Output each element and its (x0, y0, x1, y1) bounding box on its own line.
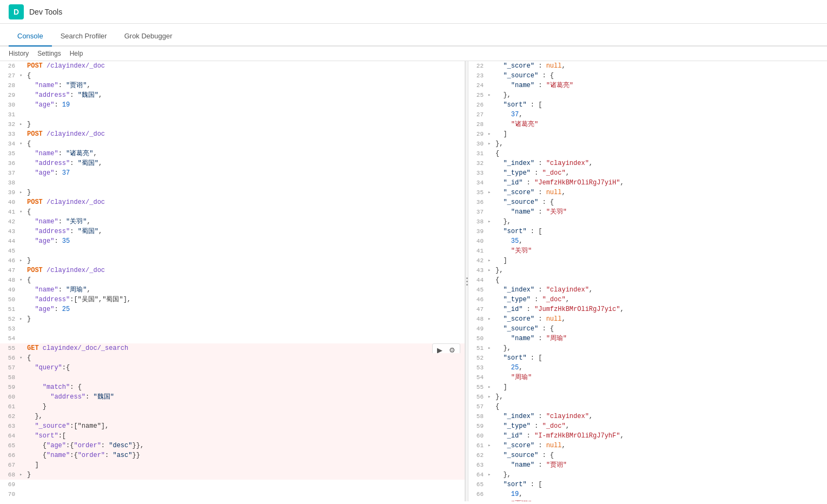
code-editor[interactable]: 26POST /clayindex/_doc27▾{28 "name": "贾诩… (0, 61, 465, 501)
line-gutter[interactable]: ▸ (488, 90, 495, 100)
line-content: { (27, 275, 465, 285)
line-number: 60 (468, 431, 488, 441)
line-number: 28 (468, 120, 488, 129)
line-gutter[interactable]: ▸ (488, 343, 495, 353)
line-number: 53 (0, 324, 19, 334)
line-content: "address": "魏国", (27, 90, 465, 100)
code-line: 57 "query":{ (0, 363, 465, 373)
code-line: 41▾{ (0, 207, 465, 217)
line-number: 27 (0, 71, 19, 81)
line-content: "_id" : "I-mfzHkBMrOliRgJ7yhF", (495, 431, 827, 441)
line-content: "sort" : [ (495, 100, 827, 110)
line-gutter[interactable]: ▾ (19, 139, 27, 149)
line-content: "_id" : "JumfzHkBMrOliRgJ7yic", (495, 304, 827, 314)
line-number: 48 (468, 314, 488, 324)
line-number: 37 (0, 168, 19, 178)
line-content: { (495, 149, 827, 158)
line-number: 22 (468, 61, 488, 71)
line-content: "关羽" (495, 246, 827, 256)
code-line: 60 "_id" : "I-mfzHkBMrOliRgJ7yhF", (468, 431, 827, 441)
line-content: "name": "贾诩", (27, 81, 465, 90)
line-content: "age": 19 (27, 100, 465, 110)
code-line: 59 "_type" : "_doc", (468, 421, 827, 431)
line-gutter[interactable]: ▸ (488, 129, 495, 139)
line-gutter[interactable]: ▸ (488, 441, 495, 450)
line-content: "address":["吴国","蜀国"], (27, 295, 465, 304)
line-number: 45 (0, 246, 19, 256)
line-content: } (27, 402, 465, 412)
code-line: 34▾{ (0, 139, 465, 149)
line-number: 64 (468, 470, 488, 480)
line-content: POST /clayindex/_doc (27, 129, 465, 139)
right-panel[interactable]: 22 "_score" : null,23 "_source" : {24 "n… (468, 61, 827, 501)
code-line: 31 (0, 110, 465, 120)
line-gutter[interactable]: ▸ (19, 120, 27, 129)
line-number: 58 (0, 373, 19, 382)
line-gutter[interactable]: ▸ (19, 314, 27, 324)
line-content: {"name":{"order": "asc"}} (27, 450, 465, 460)
line-gutter[interactable]: ▸ (488, 217, 495, 227)
line-content: "_source" : { (495, 450, 827, 460)
code-line: 63 "_source":["name"], (0, 421, 465, 431)
line-gutter[interactable]: ▸ (488, 266, 495, 275)
line-content: } (27, 314, 465, 324)
line-gutter[interactable]: ▸ (488, 470, 495, 480)
line-number: 32 (0, 120, 19, 129)
line-number: 38 (468, 217, 488, 227)
code-line: 61▸ "_score" : null, (468, 441, 827, 450)
code-line: 52▸} (0, 314, 465, 324)
line-gutter[interactable]: ▸ (488, 139, 495, 149)
line-number: 47 (0, 266, 19, 275)
line-content: { (27, 71, 465, 81)
line-gutter[interactable]: ▾ (19, 353, 27, 363)
line-content: "age": 25 (27, 304, 465, 314)
line-number: 26 (0, 61, 19, 71)
line-gutter[interactable]: ▸ (488, 256, 495, 266)
line-gutter[interactable]: ▸ (19, 188, 27, 197)
line-content: }, (495, 470, 827, 480)
line-number: 45 (468, 285, 488, 295)
line-gutter[interactable]: ▸ (488, 382, 495, 392)
subnav-history[interactable]: History (9, 50, 29, 57)
code-line: 47 "_id" : "JumfzHkBMrOliRgJ7yic", (468, 304, 827, 314)
line-gutter[interactable]: ▾ (19, 207, 27, 217)
line-content: "_score" : null, (495, 314, 827, 324)
line-content: "_score" : null, (495, 61, 827, 71)
code-line: 53 (0, 324, 465, 334)
code-line: 26POST /clayindex/_doc (0, 61, 465, 71)
code-line: 37 "name" : "关羽" (468, 207, 827, 217)
line-content: ] (495, 129, 827, 139)
subnav-settings[interactable]: Settings (37, 50, 61, 57)
code-line: 41 "关羽" (468, 246, 827, 256)
line-number: 28 (0, 81, 19, 90)
line-content: "_source" : { (495, 324, 827, 334)
line-number: 51 (468, 343, 488, 353)
code-line: 55▸ ] (468, 382, 827, 392)
tab-console[interactable]: Console (9, 28, 52, 47)
line-gutter[interactable]: ▸ (488, 188, 495, 197)
left-panel: 26POST /clayindex/_doc27▾{28 "name": "贾诩… (0, 61, 465, 501)
line-gutter[interactable]: ▸ (19, 256, 27, 266)
line-gutter[interactable]: ▸ (488, 392, 495, 402)
line-gutter[interactable]: ▾ (19, 275, 27, 285)
code-line: 69 (0, 480, 465, 489)
line-number: 36 (468, 197, 488, 207)
line-content: } (27, 120, 465, 129)
line-content: "query":{ (27, 363, 465, 373)
tab-search-profiler[interactable]: Search Profiler (52, 28, 116, 47)
line-gutter[interactable]: ▸ (488, 314, 495, 324)
tab-grok-debugger[interactable]: Grok Debugger (116, 28, 181, 47)
line-number: 46 (468, 295, 488, 304)
line-content: 19, (495, 489, 827, 499)
line-gutter[interactable]: ▸ (19, 470, 27, 480)
code-line: 47POST /clayindex/_doc (0, 266, 465, 275)
line-number: 41 (0, 207, 19, 217)
line-content: "sort" : [ (495, 353, 827, 363)
line-gutter[interactable]: ▾ (19, 71, 27, 81)
line-number: 54 (468, 373, 488, 382)
line-number: 36 (0, 158, 19, 168)
code-line: 55GET clayindex/_doc/_search▶⚙ (0, 343, 465, 353)
code-line: 32 "_index" : "clayindex", (468, 158, 827, 168)
line-content: "诸葛亮" (495, 120, 827, 129)
subnav-help[interactable]: Help (70, 50, 83, 57)
